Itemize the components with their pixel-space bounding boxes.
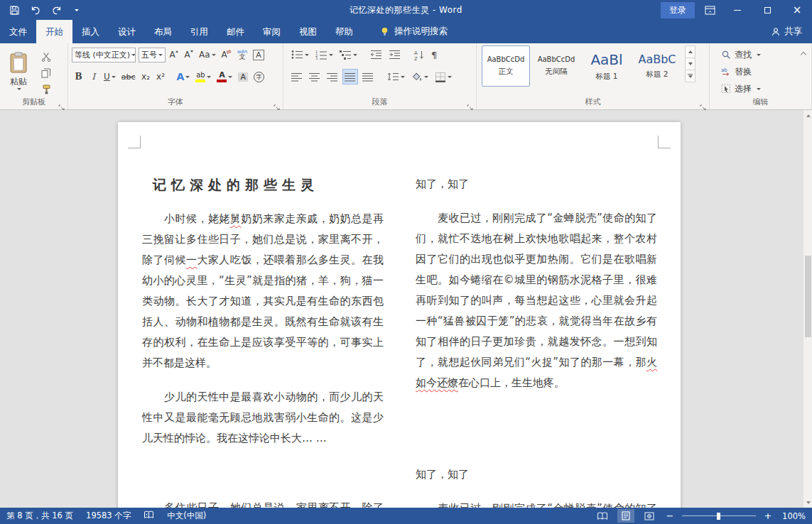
paragraph-dialog-launcher[interactable] xyxy=(467,100,474,107)
styles-dialog-launcher[interactable] xyxy=(700,100,707,107)
scrollbar-thumb[interactable] xyxy=(805,256,811,337)
zoom-out-button[interactable]: − xyxy=(664,511,676,521)
phonetic-guide-button[interactable]: wén文 xyxy=(235,47,249,62)
paragraph[interactable]: 少儿的天性中是最喜欢小动物的，而少儿的天性中又是最能毫无顾忌地戕害弱小生命的。这… xyxy=(142,387,384,449)
tab-layout[interactable]: 布局 xyxy=(145,20,181,43)
paste-button[interactable]: 粘贴 xyxy=(3,45,34,97)
tell-me-search[interactable]: 操作说明搜索 xyxy=(374,20,453,43)
sort-button[interactable]: AZ xyxy=(411,47,427,62)
styles-gallery-more-button[interactable] xyxy=(685,70,695,82)
word-count-indicator[interactable]: 19583 个字 xyxy=(86,511,131,521)
shrink-font-button[interactable]: A xyxy=(182,47,195,62)
change-case-button[interactable]: Aa xyxy=(197,47,218,62)
text-effects-button[interactable]: A xyxy=(175,69,193,84)
decrease-indent-button[interactable] xyxy=(368,47,384,62)
tab-design[interactable]: 设计 xyxy=(109,20,145,43)
increase-indent-button[interactable] xyxy=(386,47,403,62)
vertical-scrollbar[interactable] xyxy=(803,110,812,508)
undo-button[interactable] xyxy=(31,6,40,15)
strikethrough-button[interactable]: abc xyxy=(119,69,138,84)
paragraph[interactable]: 麦收已过，刚刚完成了“金蝉脱壳”使命的知了们，就忙不迭地在树上欢快地歌唱起来，整… xyxy=(416,498,657,508)
maximize-button[interactable] xyxy=(752,0,782,20)
tab-file[interactable]: 文件 xyxy=(0,20,36,43)
cut-button[interactable] xyxy=(38,50,54,63)
paragraph[interactable]: 麦收已过，刚刚完成了“金蝉脱壳”使命的知了们，就忙不迭地在树上欢快地歌唱起来，整… xyxy=(416,208,657,393)
style-normal[interactable]: AaBbCcDd 正文 xyxy=(482,45,530,87)
collapse-ribbon-button[interactable] xyxy=(799,49,808,58)
font-name-select[interactable]: 等线 (中文正文) xyxy=(72,48,136,62)
align-center-button[interactable] xyxy=(307,69,323,84)
show-paragraph-marks-button[interactable]: ¶ xyxy=(429,47,439,62)
zoom-slider[interactable] xyxy=(682,512,756,520)
save-button[interactable] xyxy=(10,6,19,15)
tab-insert[interactable]: 插入 xyxy=(72,20,109,43)
web-layout-button[interactable] xyxy=(641,509,658,523)
customize-quick-access-toolbar-button[interactable] xyxy=(73,9,79,11)
styles-scroll-down-button[interactable] xyxy=(685,58,695,70)
paragraph[interactable]: 多住些日子，她们总是说，家里离不开，除了伺候一大家人吃饭，还喂着那么多生灵。在我… xyxy=(142,498,384,508)
enclose-characters-button[interactable]: 字 xyxy=(251,69,266,84)
read-mode-button[interactable] xyxy=(594,509,611,523)
find-button[interactable]: 查找 xyxy=(721,47,811,62)
zoom-slider-thumb[interactable] xyxy=(717,513,720,520)
select-button[interactable]: 选择 xyxy=(721,81,811,97)
tab-help[interactable]: 帮助 xyxy=(326,20,362,43)
redo-button[interactable] xyxy=(52,6,62,15)
numbering-button[interactable]: 123 xyxy=(313,47,335,62)
document-page[interactable]: 记忆深处的那些生灵小时候，姥姥舅奶奶来家走亲戚，奶奶总是再三挽留让多住些日子，她… xyxy=(118,122,681,508)
replace-button[interactable]: ab 替换 xyxy=(721,64,811,80)
document-column-left[interactable]: 记忆深处的那些生灵小时候，姥姥舅奶奶来家走亲戚，奶奶总是再三挽留让多住些日子，她… xyxy=(142,174,384,508)
borders-button[interactable] xyxy=(433,69,454,84)
language-indicator[interactable]: 中文(中国) xyxy=(167,511,206,521)
paragraph[interactable]: 小时候，姥姥舅奶奶来家走亲戚，奶奶总是再三挽留让多住些日子，她们总是说，家里离不… xyxy=(142,209,384,373)
zoom-in-button[interactable]: + xyxy=(762,511,774,521)
italic-button[interactable]: I xyxy=(87,69,100,84)
subscript-button[interactable]: x₂ xyxy=(139,69,153,84)
clipboard-dialog-launcher[interactable] xyxy=(58,100,65,107)
copy-button[interactable] xyxy=(38,67,54,80)
zoom-level-indicator[interactable]: 100% xyxy=(780,511,806,521)
character-border-button[interactable]: A xyxy=(251,47,266,62)
character-shading-button[interactable]: A xyxy=(236,69,250,84)
page-number-indicator[interactable]: 第 8 页，共 16 页 xyxy=(6,511,73,521)
grow-font-button[interactable]: A xyxy=(167,47,180,62)
sign-in-button[interactable]: 登录 xyxy=(661,2,695,18)
multilevel-list-button[interactable] xyxy=(337,47,359,62)
style-heading-2[interactable]: AaBbC 标题 2 xyxy=(633,45,681,87)
scroll-up-button[interactable] xyxy=(803,110,812,121)
format-painter-button[interactable] xyxy=(38,83,54,96)
proofing-errors-indicator[interactable] xyxy=(144,511,154,522)
tab-home[interactable]: 开始 xyxy=(36,20,72,43)
share-button[interactable]: 共享 xyxy=(761,20,812,43)
tab-view[interactable]: 视图 xyxy=(290,20,326,43)
document-column-right[interactable]: 知了，知了麦收已过，刚刚完成了“金蝉脱壳”使命的知了们，就忙不迭地在树上欢快地歌… xyxy=(416,174,657,508)
document-heading[interactable]: 知了，知了 xyxy=(416,464,657,485)
align-right-button[interactable] xyxy=(325,69,340,84)
font-dialog-launcher[interactable] xyxy=(274,100,281,107)
tab-mailings[interactable]: 邮件 xyxy=(217,20,254,43)
distribute-text-button[interactable] xyxy=(360,69,376,84)
font-size-select[interactable]: 五号 xyxy=(139,48,166,62)
ribbon-display-options-button[interactable] xyxy=(705,6,715,15)
underline-button[interactable]: U xyxy=(102,69,118,84)
style-heading-1[interactable]: AaBl 标题 1 xyxy=(583,45,631,87)
scroll-down-button[interactable] xyxy=(803,497,812,508)
tab-review[interactable]: 审阅 xyxy=(254,20,290,43)
justify-button[interactable] xyxy=(342,69,358,84)
minimize-button[interactable] xyxy=(722,0,752,20)
document-heading[interactable]: 知了，知了 xyxy=(416,174,657,195)
superscript-button[interactable]: x² xyxy=(154,69,168,84)
style-no-spacing[interactable]: AaBbCcDd 无间隔 xyxy=(532,45,580,87)
text-highlight-color-button[interactable]: ab xyxy=(193,69,213,84)
shading-button[interactable] xyxy=(409,69,431,84)
line-spacing-button[interactable] xyxy=(384,69,407,84)
bold-button[interactable]: B xyxy=(72,69,85,84)
document-title[interactable]: 记忆深处的那些生灵 xyxy=(153,174,384,195)
bullets-button[interactable] xyxy=(289,47,311,62)
tab-references[interactable]: 引用 xyxy=(181,20,217,43)
align-left-button[interactable] xyxy=(289,69,305,84)
print-layout-button[interactable] xyxy=(617,509,634,523)
font-color-button[interactable]: A xyxy=(215,69,234,84)
close-button[interactable]: × xyxy=(782,0,812,20)
clear-formatting-button[interactable]: A xyxy=(220,47,234,62)
